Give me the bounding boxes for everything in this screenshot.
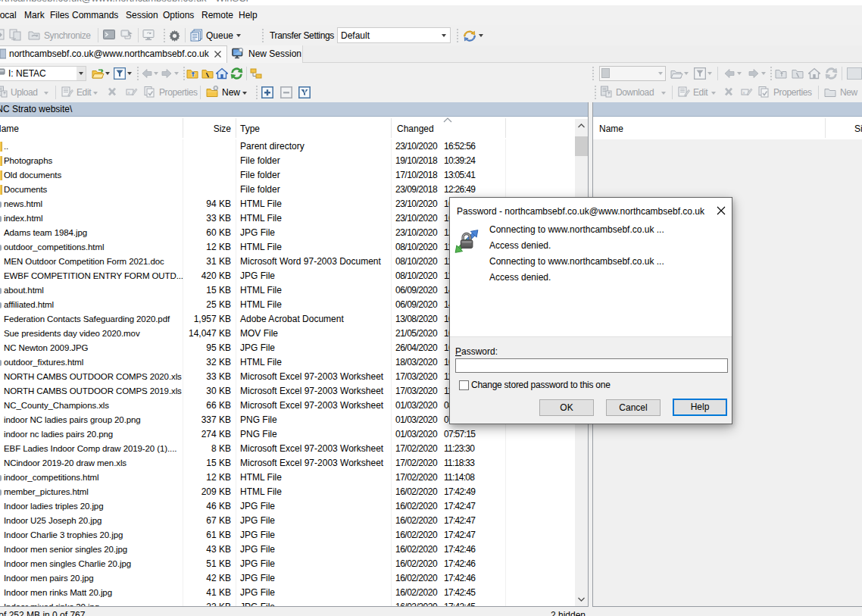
svg-text:x: x	[743, 90, 745, 95]
svg-text:x: x	[128, 90, 130, 95]
